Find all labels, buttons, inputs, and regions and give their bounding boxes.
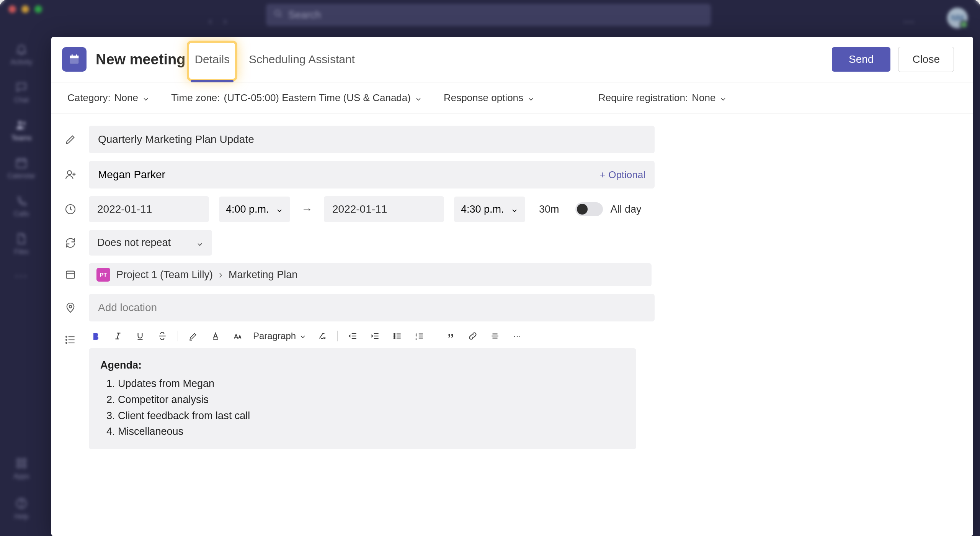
meeting-form: + Optional 4:00 p.m. → 4:30 p.m.	[51, 113, 973, 536]
tab-scheduling-assistant[interactable]: Scheduling Assistant	[245, 37, 359, 82]
recurrence-select[interactable]: Does not repeat	[89, 230, 212, 256]
response-options-dropdown[interactable]: Response options	[444, 92, 535, 104]
pencil-icon	[62, 131, 79, 148]
separator	[178, 331, 178, 341]
add-optional-link[interactable]: + Optional	[600, 169, 645, 181]
duration-label: 30m	[539, 203, 559, 215]
channel-chip: PT	[96, 268, 110, 282]
svg-rect-20	[66, 271, 74, 279]
bulleted-list-button[interactable]	[390, 329, 404, 343]
time-row: 4:00 p.m. → 4:30 p.m. 30m All day	[51, 192, 973, 226]
chevron-down-icon	[299, 332, 307, 340]
location-input[interactable]	[89, 294, 655, 321]
agenda-item: Miscellaneous	[118, 424, 625, 440]
chevron-down-icon	[415, 94, 422, 102]
end-time-value: 4:30 p.m.	[461, 203, 504, 215]
timezone-label: Time zone:	[171, 92, 220, 104]
description-editor[interactable]: Agenda: Updates from Megan Competitor an…	[89, 348, 636, 449]
arrow-right-icon: →	[300, 203, 314, 216]
agenda-list: Updates from Megan Competitor analysis C…	[100, 376, 625, 440]
modal-header: New meeting Details Scheduling Assistant…	[51, 37, 973, 82]
add-people-icon	[62, 166, 79, 183]
attendees-input-wrap[interactable]: + Optional	[89, 161, 655, 189]
new-meeting-modal: New meeting Details Scheduling Assistant…	[51, 37, 973, 536]
editor-toolbar: Paragraph 123	[89, 329, 636, 348]
channel-name: Marketing Plan	[229, 269, 297, 281]
timezone-value: (UTC-05:00) Eastern Time (US & Canada)	[224, 92, 411, 104]
modal-tabs: Details Scheduling Assistant	[191, 37, 359, 82]
all-day-label: All day	[611, 203, 642, 215]
modal-title: New meeting	[96, 51, 185, 68]
registration-value: None	[692, 92, 715, 104]
attendees-input[interactable]	[98, 161, 600, 189]
svg-text:3: 3	[415, 337, 417, 341]
send-button[interactable]: Send	[832, 47, 890, 72]
paragraph-label: Paragraph	[253, 331, 296, 341]
underline-button[interactable]	[133, 329, 147, 343]
clear-format-button[interactable]	[315, 329, 329, 343]
channel-icon	[62, 266, 79, 283]
link-button[interactable]	[466, 329, 480, 343]
svg-point-22	[69, 305, 72, 308]
toggle-pill	[575, 202, 603, 216]
svg-point-46	[394, 338, 395, 339]
agenda-item: Client feedback from last call	[118, 408, 625, 424]
category-value: None	[114, 92, 138, 104]
toolbar-more-icon[interactable]: ···	[510, 329, 524, 343]
svg-line-29	[117, 333, 119, 339]
channel-picker[interactable]: PT Project 1 (Team Lilly) › Marketing Pl…	[89, 263, 652, 286]
bold-button[interactable]	[89, 329, 103, 343]
svg-point-45	[394, 335, 395, 336]
separator	[435, 331, 435, 341]
registration-dropdown[interactable]: Require registration: None	[598, 92, 727, 104]
svg-rect-16	[72, 54, 73, 57]
align-button[interactable]	[488, 329, 502, 343]
chevron-down-icon	[196, 239, 204, 247]
tab-details[interactable]: Details	[191, 37, 234, 82]
outdent-button[interactable]	[346, 329, 360, 343]
close-button[interactable]: Close	[898, 47, 954, 72]
font-color-button[interactable]	[209, 329, 222, 343]
tab-details-label: Details	[194, 53, 230, 66]
end-date-input[interactable]	[324, 196, 444, 222]
svg-point-27	[66, 339, 67, 341]
list-icon	[62, 331, 79, 348]
meeting-options-bar: Category: None Time zone: (UTC-05:00) Ea…	[51, 82, 973, 113]
highlight-button[interactable]	[186, 329, 200, 343]
chevron-down-icon	[527, 94, 535, 102]
chevron-right-icon: ›	[219, 269, 222, 281]
all-day-toggle[interactable]: All day	[575, 202, 642, 216]
channel-row: PT Project 1 (Team Lilly) › Marketing Pl…	[51, 259, 973, 290]
chevron-down-icon	[276, 205, 283, 213]
start-time-value: 4:00 p.m.	[226, 203, 269, 215]
paragraph-style-select[interactable]: Paragraph	[253, 331, 307, 341]
svg-rect-15	[70, 56, 79, 58]
start-date-input[interactable]	[89, 196, 209, 222]
quote-button[interactable]	[444, 329, 457, 343]
clock-icon	[62, 201, 79, 218]
start-time-input[interactable]: 4:00 p.m.	[219, 197, 290, 222]
meeting-title-input[interactable]	[89, 126, 655, 153]
registration-label: Require registration:	[598, 92, 688, 104]
chevron-down-icon	[142, 94, 150, 102]
indent-button[interactable]	[368, 329, 382, 343]
numbered-list-button[interactable]: 123	[413, 329, 426, 343]
end-time-input[interactable]: 4:30 p.m.	[454, 197, 525, 222]
category-label: Category:	[67, 92, 111, 104]
meeting-icon	[62, 47, 87, 72]
attendees-row: + Optional	[51, 157, 973, 192]
timezone-dropdown[interactable]: Time zone: (UTC-05:00) Eastern Time (US …	[171, 92, 422, 104]
strike-button[interactable]	[155, 329, 169, 343]
agenda-heading: Agenda:	[100, 357, 625, 374]
svg-rect-17	[76, 54, 77, 57]
channel-team: Project 1 (Team Lilly)	[116, 269, 213, 281]
font-size-button[interactable]	[231, 329, 245, 343]
recurrence-icon	[62, 234, 79, 251]
svg-point-28	[66, 343, 67, 344]
svg-point-26	[66, 336, 67, 338]
category-dropdown[interactable]: Category: None	[67, 92, 150, 104]
agenda-item: Competitor analysis	[118, 392, 625, 408]
description-row: Paragraph 123	[51, 325, 973, 453]
svg-point-44	[394, 333, 395, 334]
italic-button[interactable]	[111, 329, 125, 343]
